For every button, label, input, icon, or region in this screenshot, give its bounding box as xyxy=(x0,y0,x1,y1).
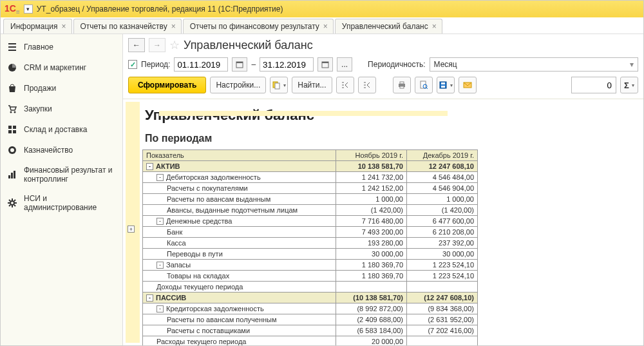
row-value-1: (1 420,00) xyxy=(336,205,407,216)
row-value-2: (12 247 608,10) xyxy=(407,293,478,303)
row-name: Авансы, выданные подотчетным лицам xyxy=(167,206,298,215)
row-name: Дебиторская задолженность xyxy=(166,173,261,182)
row-value-1: (8 992 872,00) xyxy=(336,303,407,314)
expand-toggle[interactable]: - xyxy=(146,294,153,302)
table-row: Доходы текущего периода xyxy=(143,282,478,293)
close-icon[interactable]: × xyxy=(432,22,437,31)
row-value-2: 12 247 608,10 xyxy=(407,161,478,172)
svg-point-8 xyxy=(10,148,14,152)
svg-rect-20 xyxy=(400,82,404,84)
svg-rect-21 xyxy=(400,86,404,88)
menu-icon xyxy=(7,42,17,52)
generate-button[interactable]: Сформировать xyxy=(128,77,206,93)
expand-toggle[interactable]: - xyxy=(156,305,164,312)
favorite-icon[interactable]: ☆ xyxy=(169,38,180,52)
report-area: + Управленческий баланс По периодам Пока… xyxy=(123,99,643,345)
svg-rect-9 xyxy=(8,175,10,178)
table-row: -Денежные средства7 716 480,006 477 600,… xyxy=(143,216,478,227)
table-row: -ПАССИВ(10 138 581,70)(12 247 608,10) xyxy=(143,293,478,303)
svg-rect-14 xyxy=(236,62,243,63)
period-label: Период: xyxy=(141,60,170,69)
gear-icon xyxy=(7,198,17,208)
tab-3[interactable]: Управленческий баланс× xyxy=(335,19,442,34)
report-subtitle: По периодам xyxy=(145,133,641,144)
col-header: Показатель xyxy=(143,150,336,161)
window-button[interactable]: ▾ xyxy=(24,5,33,14)
back-button[interactable]: ← xyxy=(128,38,145,52)
top-gutter xyxy=(159,111,448,116)
expand-button[interactable] xyxy=(336,77,354,93)
row-value-1: 193 280,00 xyxy=(336,238,407,249)
sidebar-item-label: Продажи xyxy=(24,84,56,93)
date-to-input[interactable] xyxy=(260,57,314,72)
sidebar-item-label: Казначейство xyxy=(24,146,73,155)
print-button[interactable] xyxy=(393,77,411,93)
tab-label: Управленческий баланс xyxy=(342,22,428,31)
sidebar-item-label: CRM и маркетинг xyxy=(24,63,86,72)
copy-dropdown-button[interactable]: ▾ xyxy=(270,77,288,93)
forward-button[interactable]: → xyxy=(149,38,166,52)
sidebar-item-6[interactable]: Финансовый результат и контроллинг xyxy=(1,160,122,189)
sidebar: ГлавноеCRM и маркетингПродажиЗакупкиСкла… xyxy=(1,34,123,345)
close-icon[interactable]: × xyxy=(61,22,66,31)
table-row: -АКТИВ10 138 581,7012 247 608,10 xyxy=(143,161,478,172)
row-name: Расчеты по авансам выданным xyxy=(167,195,270,204)
expand-toggle[interactable]: - xyxy=(156,174,164,181)
period-picker-button[interactable]: ... xyxy=(337,57,352,72)
row-name: Денежные средства xyxy=(166,216,232,226)
outer-expand-1[interactable]: + xyxy=(128,226,135,233)
bag-icon xyxy=(7,83,17,93)
sidebar-item-label: Главное xyxy=(24,43,53,52)
calendar-from-icon[interactable] xyxy=(232,57,247,72)
tab-0[interactable]: Информация× xyxy=(3,19,72,34)
svg-point-2 xyxy=(14,111,16,113)
sidebar-item-0[interactable]: Главное xyxy=(1,37,122,57)
expand-toggle[interactable]: - xyxy=(156,218,164,225)
close-icon[interactable]: × xyxy=(171,22,176,31)
sidebar-item-2[interactable]: Продажи xyxy=(1,78,122,99)
row-value-1: (6 583 184,00) xyxy=(336,325,407,336)
table-row: Банк7 493 200,006 210 208,00 xyxy=(143,227,478,238)
calendar-to-icon[interactable] xyxy=(317,57,333,72)
row-value-1: 20 000,00 xyxy=(336,336,407,346)
row-value-1: (10 138 581,70) xyxy=(336,293,407,303)
table-row: -Запасы1 180 369,701 223 524,10 xyxy=(143,260,478,271)
settings-button[interactable]: Настройки... xyxy=(210,77,266,93)
sidebar-item-7[interactable]: НСИ и администрирование xyxy=(1,189,122,217)
sidebar-item-label: НСИ и администрирование xyxy=(24,194,116,212)
period-checkbox[interactable]: ✓ xyxy=(128,60,137,69)
row-value-2 xyxy=(407,336,478,346)
table-row: -Кредиторская задолженность(8 992 872,00… xyxy=(143,303,478,314)
frequency-select[interactable]: Месяц ▾ xyxy=(430,57,638,72)
tab-label: Отчеты по казначейству xyxy=(80,22,167,31)
sidebar-item-label: Склад и доставка xyxy=(24,125,87,134)
date-from-input[interactable] xyxy=(174,57,228,72)
tab-1[interactable]: Отчеты по казначейству× xyxy=(73,19,182,34)
svg-point-12 xyxy=(10,201,14,205)
svg-rect-25 xyxy=(441,82,445,84)
table-row: Расчеты с покупателями1 242 152,004 546 … xyxy=(143,183,478,194)
page-title: Управленческий баланс xyxy=(184,39,313,52)
zero-input[interactable] xyxy=(571,77,616,93)
find-button[interactable]: Найти... xyxy=(292,77,332,93)
save-button[interactable]: ▾ xyxy=(437,77,455,93)
sidebar-item-label: Финансовый результат и контроллинг xyxy=(24,166,116,184)
expand-toggle[interactable]: - xyxy=(156,262,164,269)
sidebar-item-1[interactable]: CRM и маркетинг xyxy=(1,57,122,78)
row-name: Расчеты по авансам полученным xyxy=(167,315,277,324)
email-button[interactable] xyxy=(459,77,477,93)
chart-icon xyxy=(7,169,17,180)
preview-button[interactable] xyxy=(415,77,433,93)
sidebar-item-4[interactable]: Склад и доставка xyxy=(1,119,122,140)
table-row: Товары на складах1 180 369,701 223 524,1… xyxy=(143,271,478,282)
sidebar-item-5[interactable]: Казначейство xyxy=(1,140,122,160)
row-value-2: 1 223 524,10 xyxy=(407,260,478,271)
close-icon[interactable]: × xyxy=(323,22,328,31)
row-value-2: 4 546 904,00 xyxy=(407,183,478,194)
collapse-button[interactable] xyxy=(358,77,376,93)
sigma-button[interactable]: Σ▾ xyxy=(620,77,638,93)
row-name: Расчеты с поставщиками xyxy=(167,326,250,335)
tab-2[interactable]: Отчеты по финансовому результату× xyxy=(183,19,334,34)
sidebar-item-3[interactable]: Закупки xyxy=(1,99,122,119)
expand-toggle[interactable]: - xyxy=(146,163,153,170)
